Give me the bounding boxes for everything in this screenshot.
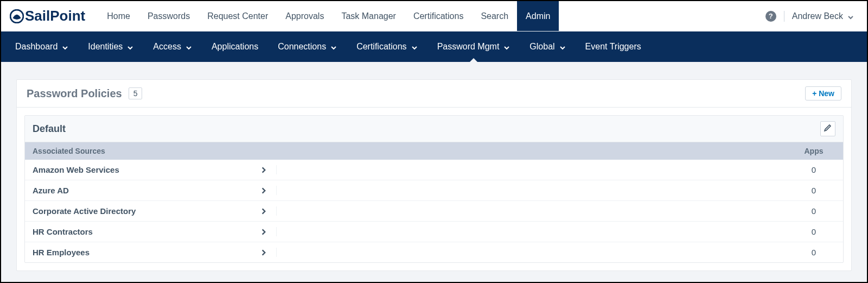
admin-subnav: Dashboard Identities Access Applications… <box>1 32 867 62</box>
table-row[interactable]: HR Employees 0 <box>25 242 843 262</box>
nav-admin[interactable]: Admin <box>517 1 559 31</box>
nav-approvals[interactable]: Approvals <box>277 1 333 31</box>
chevron-down-icon <box>847 13 854 20</box>
top-nav: SailPoint Home Passwords Request Center … <box>1 1 867 32</box>
subnav-access[interactable]: Access <box>143 32 202 62</box>
chevron-right-icon <box>260 166 267 174</box>
chevron-down-icon <box>503 43 510 50</box>
policy-card-header: Default <box>25 116 843 142</box>
table-row[interactable]: Corporate Active Directory 0 <box>25 201 843 222</box>
policy-card-default: Default Associated Sources Apps Amazon W… <box>24 115 844 263</box>
page-title: Password Policies <box>27 87 122 100</box>
edit-policy-button[interactable] <box>820 121 835 136</box>
new-policy-button[interactable]: + New <box>805 86 841 100</box>
user-menu[interactable]: Andrew Beck <box>792 11 858 21</box>
subnav-event-triggers[interactable]: Event Triggers <box>576 32 651 62</box>
subnav-dashboard[interactable]: Dashboard <box>5 32 78 62</box>
chevron-right-icon <box>260 228 267 236</box>
panel-header: Password Policies 5 + New <box>17 80 851 108</box>
chevron-right-icon <box>260 187 267 194</box>
nav-request-center[interactable]: Request Center <box>199 1 277 31</box>
table-row[interactable]: HR Contractors 0 <box>25 222 843 242</box>
chevron-right-icon <box>260 207 267 215</box>
nav-certifications[interactable]: Certifications <box>405 1 472 31</box>
chevron-down-icon <box>559 43 566 50</box>
chevron-right-icon <box>260 249 267 256</box>
subnav-certifications[interactable]: Certifications <box>347 32 427 62</box>
top-nav-right: ? Andrew Beck <box>765 11 858 22</box>
page-content: Password Policies 5 + New Default Associ… <box>1 62 867 271</box>
divider <box>784 11 784 22</box>
pencil-icon <box>824 123 832 134</box>
user-name: Andrew Beck <box>792 11 843 21</box>
source-name: Azure AD <box>33 186 69 195</box>
chevron-down-icon <box>127 43 133 50</box>
nav-home[interactable]: Home <box>98 1 139 31</box>
apps-count: 0 <box>792 206 835 216</box>
help-icon[interactable]: ? <box>765 11 776 22</box>
apps-count: 0 <box>792 186 835 195</box>
chevron-down-icon <box>330 43 337 50</box>
chevron-down-icon <box>186 43 192 50</box>
password-policies-panel: Password Policies 5 + New Default Associ… <box>16 79 852 271</box>
apps-count: 0 <box>792 227 835 236</box>
apps-count: 0 <box>792 248 835 257</box>
subnav-password-mgmt[interactable]: Password Mgmt <box>427 32 520 62</box>
source-name: Corporate Active Directory <box>33 206 136 216</box>
table-row[interactable]: Amazon Web Services 0 <box>25 160 843 180</box>
apps-count: 0 <box>792 165 835 174</box>
subnav-applications[interactable]: Applications <box>202 32 268 62</box>
col-header-apps: Apps <box>792 147 835 155</box>
source-name: HR Employees <box>33 248 90 257</box>
col-header-sources: Associated Sources <box>33 147 277 155</box>
chevron-down-icon <box>62 43 68 50</box>
brand-icon <box>10 9 24 23</box>
subnav-connections[interactable]: Connections <box>268 32 347 62</box>
panel-body: Default Associated Sources Apps Amazon W… <box>17 108 851 271</box>
brand-logo[interactable]: SailPoint <box>10 8 85 24</box>
nav-passwords[interactable]: Passwords <box>139 1 199 31</box>
chevron-down-icon <box>411 43 418 50</box>
subnav-global[interactable]: Global <box>520 32 575 62</box>
nav-search[interactable]: Search <box>472 1 517 31</box>
top-nav-items: Home Passwords Request Center Approvals … <box>98 1 559 31</box>
brand-text: SailPoint <box>25 8 85 24</box>
source-name: Amazon Web Services <box>33 165 119 174</box>
policy-name: Default <box>33 123 66 135</box>
table-header: Associated Sources Apps <box>25 142 843 160</box>
subnav-identities[interactable]: Identities <box>78 32 143 62</box>
policy-count-badge: 5 <box>129 87 143 99</box>
source-name: HR Contractors <box>33 227 93 236</box>
table-row[interactable]: Azure AD 0 <box>25 180 843 201</box>
nav-task-manager[interactable]: Task Manager <box>333 1 405 31</box>
